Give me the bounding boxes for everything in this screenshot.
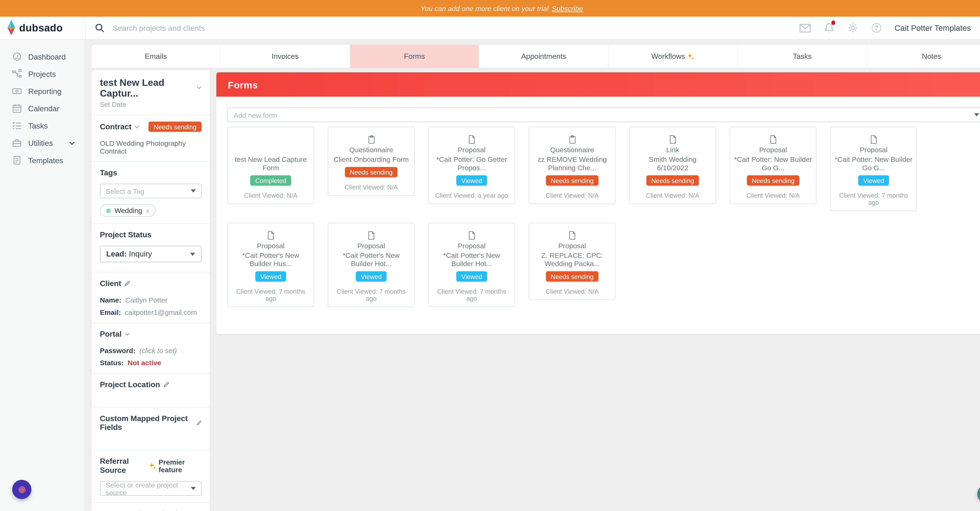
tab-appointments[interactable]: Appointments bbox=[479, 45, 609, 68]
chevron-down-icon bbox=[135, 125, 140, 128]
form-card[interactable]: test New Lead Capture Form Completed Cli… bbox=[227, 127, 314, 204]
contract-section: Contract Needs sending OLD Wedding Photo… bbox=[92, 115, 210, 162]
contract-label[interactable]: Contract bbox=[100, 122, 140, 131]
feedback-widget-button[interactable] bbox=[12, 480, 31, 499]
tag-pill-wedding[interactable]: Wedding x bbox=[100, 204, 156, 217]
tag-select[interactable]: Select a Tag bbox=[100, 184, 202, 198]
add-new-form-select[interactable]: Add new form bbox=[227, 108, 980, 122]
tab-notes[interactable]: Notes bbox=[867, 45, 980, 68]
dubsado-app: You can add one more client on your tria… bbox=[0, 0, 980, 511]
project-tabs: Emails Invoices Forms Appointments Workf… bbox=[92, 45, 980, 68]
form-status-badge: Viewed bbox=[456, 271, 487, 281]
global-search bbox=[86, 23, 799, 33]
edit-pencil-icon[interactable] bbox=[196, 420, 202, 426]
project-status-select[interactable]: Lead: Inquiry bbox=[100, 246, 202, 262]
form-status-badge: Needs sending bbox=[646, 175, 699, 186]
form-status-badge: Viewed bbox=[255, 271, 286, 281]
client-viewed: Client Viewed: a year ago bbox=[435, 186, 508, 199]
remove-tag-icon[interactable]: x bbox=[146, 207, 149, 214]
sparkle-icon bbox=[149, 462, 156, 470]
sidebar-item-label: Tasks bbox=[28, 121, 48, 130]
client-viewed: Client Viewed: 7 months ago bbox=[332, 282, 410, 302]
portal-label[interactable]: Portal bbox=[100, 330, 202, 339]
form-card[interactable]: Proposal *Cait Potter's New Builder Hot.… bbox=[428, 222, 515, 307]
form-card[interactable]: Questionnaire zz REMOVE Wedding Planning… bbox=[528, 127, 616, 204]
sidebar-item-templates[interactable]: Templates bbox=[0, 152, 84, 169]
tab-workflows[interactable]: Workflows bbox=[609, 45, 738, 68]
document-icon bbox=[468, 135, 476, 144]
form-card[interactable]: Proposal *Cait Potter: New Builder Go G.… bbox=[830, 127, 917, 211]
body: Dashboard Projects Reporting bbox=[0, 40, 980, 511]
form-card[interactable]: Proposal *Cait Potter's New Builder Hot.… bbox=[328, 222, 415, 307]
project-date[interactable]: Set Date bbox=[100, 100, 202, 108]
chevron-down-icon bbox=[74, 89, 75, 93]
client-viewed: Client Viewed: N/A bbox=[345, 177, 398, 190]
notification-badge bbox=[831, 21, 835, 25]
forms-panel: Forms Add new form test New Lead Capture… bbox=[216, 72, 980, 334]
client-viewed: Client Viewed: N/A bbox=[546, 186, 599, 199]
contract-name[interactable]: OLD Wedding Photography Contract bbox=[100, 140, 202, 155]
help-icon[interactable]: ? bbox=[872, 23, 881, 33]
gauge-icon bbox=[12, 52, 22, 61]
form-card[interactable]: Proposal *Cait Potter: New Builder Go G.… bbox=[730, 127, 816, 204]
premier-feature-tag: Premier feature bbox=[149, 458, 202, 473]
document-icon bbox=[367, 231, 375, 240]
tab-tasks[interactable]: Tasks bbox=[738, 45, 867, 68]
tab-emails[interactable]: Emails bbox=[92, 45, 221, 68]
client-viewed: Client Viewed: 7 months ago bbox=[835, 186, 913, 206]
form-card[interactable]: Link Smith Wedding 6/10/2022 Needs sendi… bbox=[629, 127, 716, 204]
document-icon bbox=[468, 231, 476, 240]
client-name: Caitlyn Potter bbox=[125, 296, 167, 304]
sidebar-item-label: Utilities bbox=[28, 138, 53, 148]
form-card[interactable]: Proposal Z. REPLACE: CPC: Wedding Packa.… bbox=[528, 222, 616, 300]
client-viewed: Client Viewed: N/A bbox=[746, 186, 800, 199]
edit-pencil-icon[interactable] bbox=[124, 280, 131, 287]
project-status-section: Project Status Lead: Inquiry bbox=[92, 224, 210, 273]
form-cards-row-1: test New Lead Capture Form Completed Cli… bbox=[227, 127, 980, 211]
client-viewed: Client Viewed: 7 months ago bbox=[433, 282, 511, 302]
sidebar-item-calendar[interactable]: Calendar bbox=[0, 100, 84, 117]
contract-status-badge: Needs sending bbox=[149, 122, 202, 132]
project-sidebar-panel: test New Lead Captur... Set Date Contrac… bbox=[92, 70, 210, 511]
tags-label: Tags bbox=[100, 168, 202, 177]
sidebar-item-label: Calendar bbox=[28, 104, 59, 113]
notifications-bell-icon[interactable] bbox=[824, 22, 834, 33]
portal-section: Portal Password:(click to set) Status:No… bbox=[92, 323, 210, 374]
referral-source-label: Referral Source bbox=[100, 457, 149, 474]
flow-icon bbox=[12, 69, 22, 79]
chevron-down-icon bbox=[69, 141, 75, 145]
subscribe-link[interactable]: Subscribe bbox=[552, 5, 583, 12]
settings-gear-icon[interactable] bbox=[847, 22, 858, 33]
form-card[interactable]: Proposal *Cait Potter's New Builder Hus.… bbox=[227, 222, 314, 307]
account-menu[interactable]: Cait Potter Templates bbox=[894, 23, 980, 32]
tab-invoices[interactable]: Invoices bbox=[221, 45, 350, 68]
sidebar-item-label: Reporting bbox=[28, 87, 62, 95]
sidebar-item-dashboard[interactable]: Dashboard bbox=[0, 48, 84, 65]
sidebar-item-projects[interactable]: Projects bbox=[0, 65, 84, 83]
document-icon bbox=[669, 135, 676, 144]
form-name: Smith Wedding 6/10/2022 bbox=[634, 156, 712, 172]
client-viewed: Client Viewed: N/A bbox=[646, 186, 699, 199]
form-card[interactable]: Proposal *Cait Potter: Go Getter Propos.… bbox=[428, 127, 515, 204]
header-actions: ? Cait Potter Templates bbox=[799, 22, 980, 33]
dubsado-logo[interactable]: dubsado bbox=[0, 17, 86, 39]
form-name: *Cait Potter: New Builder Go G... bbox=[734, 156, 812, 172]
referral-source-select[interactable]: Select or create project source bbox=[100, 481, 202, 496]
tab-forms[interactable]: Forms bbox=[350, 45, 479, 68]
project-location-section: Project Location bbox=[92, 374, 210, 408]
project-title[interactable]: test New Lead Captur... bbox=[100, 77, 202, 98]
chat-support-button[interactable] bbox=[977, 485, 980, 503]
sidebar-item-utilities[interactable]: Utilities bbox=[0, 135, 84, 152]
search-input[interactable] bbox=[113, 23, 382, 32]
forms-header: Forms bbox=[216, 72, 980, 97]
clipboard-icon bbox=[368, 135, 375, 144]
portal-password-value[interactable]: (click to set) bbox=[139, 347, 177, 354]
feedback-widget-dot bbox=[18, 486, 25, 493]
sidebar-item-reporting[interactable]: Reporting bbox=[0, 83, 84, 100]
edit-pencil-icon[interactable] bbox=[163, 381, 170, 388]
sidebar-item-tasks[interactable]: Tasks bbox=[0, 117, 84, 135]
form-name: *Cait Potter's New Builder Hot... bbox=[433, 251, 511, 268]
mail-icon[interactable] bbox=[799, 23, 811, 32]
file-icon bbox=[12, 156, 22, 165]
form-card[interactable]: Questionnaire Client Onboarding Form Nee… bbox=[328, 127, 415, 196]
